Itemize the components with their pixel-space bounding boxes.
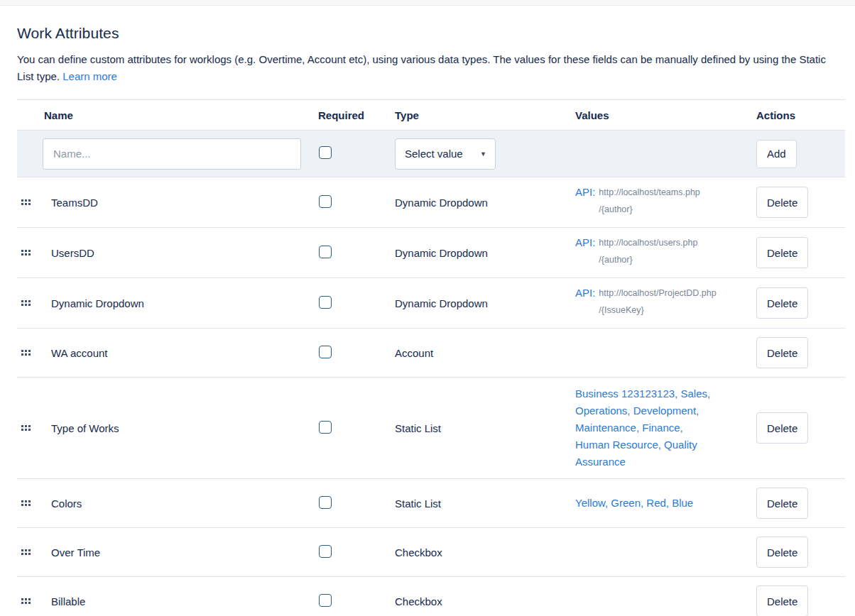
- delete-button[interactable]: Delete: [756, 237, 808, 268]
- attribute-actions-cell: Delete: [749, 237, 845, 268]
- required-checkbox[interactable]: [319, 346, 332, 358]
- attribute-values-cell: [575, 593, 749, 609]
- delete-button[interactable]: Delete: [756, 337, 808, 368]
- attribute-actions-cell: Delete: [749, 488, 845, 519]
- column-header-values: Values: [575, 109, 749, 121]
- attribute-actions-cell: Delete: [749, 585, 845, 616]
- drag-handle-icon[interactable]: [21, 500, 51, 506]
- attribute-type: Static List: [395, 497, 575, 510]
- attribute-type: Static List: [395, 422, 575, 434]
- required-checkbox[interactable]: [319, 296, 332, 309]
- drag-handle-cell: [17, 199, 51, 205]
- required-checkbox[interactable]: [319, 594, 332, 607]
- column-header-name: Name: [17, 109, 318, 121]
- column-header-required: Required: [318, 109, 395, 121]
- attribute-name: Billable: [51, 595, 318, 607]
- new-attribute-type-cell: Select value ▼: [395, 138, 575, 170]
- delete-button[interactable]: Delete: [756, 585, 808, 616]
- chevron-down-icon: ▼: [480, 150, 486, 158]
- column-header-type: Type: [395, 109, 575, 121]
- required-checkbox[interactable]: [319, 545, 332, 558]
- attribute-actions-cell: Delete: [749, 537, 845, 568]
- attribute-row: Dynamic Dropdown Dynamic Dropdown API: h…: [17, 278, 845, 329]
- attribute-name: TeamsDD: [51, 197, 318, 209]
- delete-button[interactable]: Delete: [756, 412, 808, 444]
- new-attribute-actions-cell: Add: [749, 140, 845, 168]
- delete-button[interactable]: Delete: [756, 287, 808, 319]
- attribute-required-cell: [318, 195, 395, 210]
- page-top-divider: [0, 0, 855, 6]
- drag-handle-cell: [17, 300, 51, 306]
- drag-handle-icon[interactable]: [21, 300, 51, 306]
- attribute-required-cell: [318, 296, 395, 311]
- drag-handle-cell: [17, 250, 51, 255]
- attribute-type: Dynamic Dropdown: [395, 247, 575, 259]
- add-button[interactable]: Add: [756, 140, 797, 168]
- attribute-required-cell: [318, 346, 395, 361]
- api-label: API:: [575, 236, 595, 249]
- work-attributes-table: Name Required Type Values Actions Select…: [17, 99, 845, 616]
- attribute-actions-cell: Delete: [749, 337, 845, 368]
- required-checkbox[interactable]: [319, 195, 332, 208]
- attribute-values-cell: API: http:​//localhost​/ProjectDD.php​/{…: [575, 278, 749, 328]
- attribute-name: WA account: [51, 347, 318, 359]
- drag-handle-icon[interactable]: [21, 598, 51, 604]
- delete-button[interactable]: Delete: [756, 537, 808, 568]
- api-url: http:​//localhost​/ProjectDD.php​/{Issue…: [599, 285, 719, 319]
- drag-handle-icon[interactable]: [21, 549, 51, 555]
- attribute-name: UsersDD: [51, 247, 318, 259]
- drag-handle-icon[interactable]: [21, 425, 51, 431]
- attribute-type: Dynamic Dropdown: [395, 197, 575, 209]
- attribute-required-cell: [318, 545, 395, 560]
- api-label: API:: [575, 185, 595, 199]
- delete-button[interactable]: Delete: [756, 187, 808, 218]
- drag-handle-cell: [17, 598, 51, 604]
- page-title: Work Attributes: [17, 25, 845, 42]
- drag-handle-icon[interactable]: [21, 199, 51, 205]
- attribute-row: TeamsDD Dynamic Dropdown API: http:​//lo…: [17, 177, 845, 228]
- drag-handle-cell: [17, 549, 51, 555]
- attribute-name: Over Time: [51, 546, 318, 559]
- drag-handle-icon[interactable]: [21, 250, 51, 255]
- page-description: You can define custom attributes for wor…: [17, 51, 835, 85]
- attribute-values-cell: API: http:​//localhost​/users.php​/{auth…: [575, 228, 749, 277]
- attribute-actions-cell: Delete: [749, 287, 845, 319]
- static-list-values: Business 123123123, Sales, Operations, D…: [575, 385, 714, 471]
- type-select-value: Select value: [405, 148, 463, 160]
- attribute-type: Dynamic Dropdown: [395, 297, 575, 309]
- attribute-name: Dynamic Dropdown: [51, 297, 318, 309]
- api-url: http:​//localhost​/users.php​/{author}: [599, 234, 719, 268]
- attribute-name: Colors: [51, 497, 318, 510]
- learn-more-link[interactable]: Learn more: [62, 70, 117, 82]
- new-attribute-type-select[interactable]: Select value ▼: [395, 138, 496, 170]
- attribute-actions-cell: Delete: [749, 412, 845, 444]
- attribute-actions-cell: Delete: [749, 187, 845, 218]
- column-header-actions: Actions: [749, 109, 845, 121]
- api-value: API: http:​//localhost​/ProjectDD.php​/{…: [575, 286, 749, 320]
- attribute-values-cell: [575, 345, 749, 361]
- attribute-rows: TeamsDD Dynamic Dropdown API: http:​//lo…: [17, 177, 845, 616]
- attribute-type: Checkbox: [395, 546, 575, 559]
- attribute-row: Billable Checkbox Delete: [17, 577, 845, 616]
- required-checkbox[interactable]: [319, 496, 332, 509]
- drag-handle-cell: [17, 350, 51, 356]
- work-attributes-page: Work Attributes You can define custom at…: [0, 6, 855, 616]
- new-attribute-row: Select value ▼ Add: [17, 131, 845, 177]
- attribute-values-cell: Business 123123123, Sales, Operations, D…: [575, 378, 749, 478]
- attribute-required-cell: [318, 496, 395, 511]
- page-description-text: You can define custom attributes for wor…: [17, 53, 826, 82]
- attribute-name: Type of Works: [51, 422, 318, 434]
- new-attribute-required-checkbox[interactable]: [319, 146, 332, 159]
- attribute-type: Account: [395, 347, 575, 359]
- required-checkbox[interactable]: [319, 421, 332, 434]
- attribute-values-cell: Yellow, Green, Red, Blue: [575, 487, 749, 519]
- required-checkbox[interactable]: [319, 246, 332, 258]
- drag-handle-cell: [17, 425, 51, 431]
- attribute-values-cell: API: http:​//localhost​/teams.php​/{auth…: [575, 177, 749, 227]
- attribute-values-cell: [575, 544, 749, 560]
- new-attribute-name-input[interactable]: [43, 138, 301, 170]
- api-url: http:​//localhost​/teams.php​/{author}: [599, 184, 719, 218]
- drag-handle-icon[interactable]: [21, 350, 51, 356]
- delete-button[interactable]: Delete: [756, 488, 808, 519]
- attribute-required-cell: [318, 246, 395, 260]
